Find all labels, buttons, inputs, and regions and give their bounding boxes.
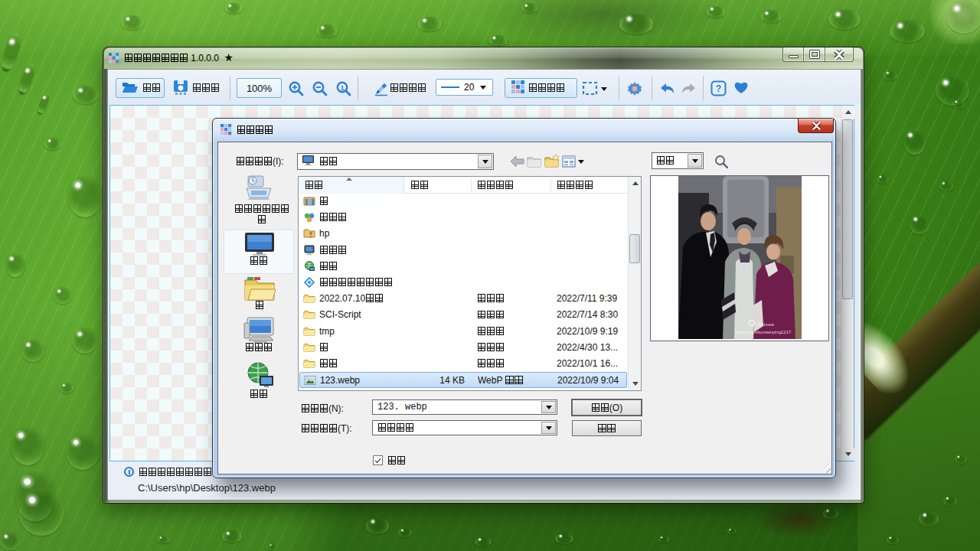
svg-text:?: ?: [716, 83, 721, 94]
svg-text:@simee: @simee: [757, 322, 775, 327]
svg-text:weibo.com/sunweiying1217: weibo.com/sunweiying1217: [734, 330, 792, 334]
svg-text:1: 1: [341, 84, 345, 92]
